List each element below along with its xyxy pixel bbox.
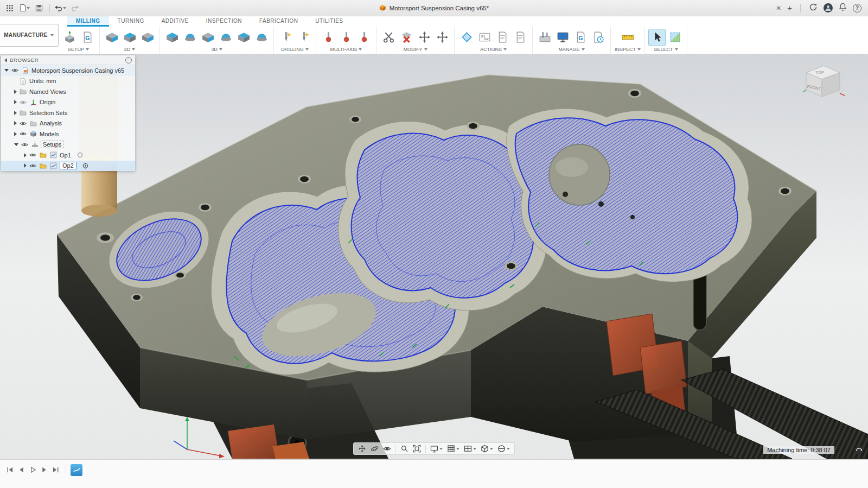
go-to-end-icon[interactable]: [50, 464, 61, 476]
new-tab-icon[interactable]: +: [787, 3, 792, 12]
visibility-eye-icon[interactable]: [19, 130, 27, 137]
help-icon[interactable]: ?: [853, 4, 861, 12]
pocket-2d-icon[interactable]: [122, 29, 138, 46]
step-forward-icon[interactable]: [39, 464, 50, 476]
collapse-panel-icon[interactable]: [4, 58, 7, 62]
measure-icon[interactable]: [620, 29, 636, 46]
group-label-select[interactable]: SELECT: [654, 47, 678, 53]
expander-icon[interactable]: [14, 111, 17, 115]
browser-item-root[interactable]: Motorsport Suspension Casing v65: [1, 65, 135, 76]
visibility-eye-icon[interactable]: [29, 162, 37, 169]
trim-toolpath-icon[interactable]: [380, 29, 397, 46]
fit-icon[interactable]: [412, 444, 422, 453]
sync-status-icon[interactable]: [809, 3, 818, 14]
group-label-setup[interactable]: SETUP: [68, 47, 89, 53]
expander-icon[interactable]: [24, 163, 27, 168]
compare-radio-icon[interactable]: [77, 152, 83, 158]
expander-icon[interactable]: [14, 121, 17, 125]
setup-sheet-icon[interactable]: [494, 29, 510, 46]
steep-shallow-icon[interactable]: [200, 29, 216, 46]
simulate-icon[interactable]: [458, 29, 475, 46]
multiaxis-contour-icon[interactable]: [338, 29, 354, 46]
notification-bell-icon[interactable]: [839, 3, 847, 14]
group-label-2d[interactable]: 2D: [124, 47, 136, 53]
section-analysis-icon[interactable]: [496, 444, 511, 453]
document-tab[interactable]: Motorsport Suspension Casing v65*: [379, 4, 489, 11]
tool-library-icon[interactable]: [537, 29, 553, 46]
swarf-icon[interactable]: [320, 29, 336, 46]
file-menu-icon[interactable]: [18, 2, 31, 14]
browser-item-units[interactable]: Units: mm: [1, 76, 135, 87]
browser-item-named-views[interactable]: Named Views: [1, 86, 135, 97]
active-target-icon[interactable]: [82, 163, 88, 169]
generate-icon[interactable]: [512, 29, 528, 46]
adaptive-clearing-icon[interactable]: [164, 29, 180, 46]
group-label-multiaxis[interactable]: MULTI-AXIS: [330, 47, 362, 53]
face-milling-icon[interactable]: [104, 29, 120, 46]
visibility-eye-icon[interactable]: [21, 141, 29, 148]
post-library-icon[interactable]: [572, 29, 589, 46]
post-process-icon[interactable]: [476, 29, 493, 46]
new-setup-icon[interactable]: [61, 29, 78, 46]
group-label-3d[interactable]: 3D: [211, 47, 222, 53]
visibility-eye-icon[interactable]: [11, 67, 19, 74]
zoom-icon[interactable]: [399, 444, 410, 453]
close-tab-icon[interactable]: ✕: [776, 4, 781, 12]
look-at-icon[interactable]: [382, 444, 392, 453]
pan-icon[interactable]: [357, 444, 367, 453]
step-back-icon[interactable]: [16, 464, 27, 476]
grid-snaps-icon[interactable]: [446, 444, 461, 453]
view-cube[interactable]: TOP FRONT: [799, 60, 845, 106]
browser-item-selection-sets[interactable]: Selection Sets: [1, 107, 135, 118]
go-to-start-icon[interactable]: [4, 464, 16, 476]
browser-item-op1[interactable]: Op1: [1, 150, 135, 161]
pocket-clearing-icon[interactable]: [182, 29, 198, 46]
delete-toolpath-icon[interactable]: [398, 29, 414, 46]
transform-toolpath-icon[interactable]: [434, 29, 450, 46]
tab-milling[interactable]: MILLING: [67, 16, 109, 27]
undo-icon[interactable]: [54, 2, 67, 14]
display-settings-icon[interactable]: [429, 444, 444, 453]
group-label-inspect[interactable]: INSPECT: [615, 47, 641, 53]
drill-icon[interactable]: [278, 29, 294, 46]
expander-icon[interactable]: [14, 90, 17, 94]
spiral-icon[interactable]: [253, 29, 270, 46]
redo-icon[interactable]: [68, 2, 81, 14]
visibility-eye-icon[interactable]: [19, 99, 27, 106]
expander-icon[interactable]: [24, 153, 27, 157]
tab-utilities[interactable]: UTILITIES: [307, 16, 352, 27]
visual-style-icon[interactable]: [480, 444, 494, 453]
viewports-icon[interactable]: [463, 444, 477, 453]
workspace-selector[interactable]: MANUFACTURE: [0, 24, 59, 47]
expander-icon[interactable]: [4, 69, 9, 72]
job-status-icon[interactable]: [854, 446, 864, 455]
visibility-eye-icon[interactable]: [29, 151, 37, 159]
app-grid-icon[interactable]: [3, 2, 16, 14]
play-icon[interactable]: [27, 464, 39, 476]
rotary-icon[interactable]: [356, 29, 372, 46]
group-label-modify[interactable]: MODIFY: [404, 47, 427, 53]
browser-item-models[interactable]: Models: [1, 129, 135, 140]
nc-program-icon[interactable]: [79, 29, 95, 46]
tab-turning[interactable]: TURNING: [109, 16, 153, 27]
simulation-icon[interactable]: [71, 464, 82, 476]
bore-icon[interactable]: [296, 29, 312, 46]
select-cursor-icon[interactable]: [649, 29, 665, 46]
orbit-icon[interactable]: [369, 444, 380, 453]
expander-icon[interactable]: [14, 100, 17, 104]
tab-additive[interactable]: ADDITIVE: [153, 16, 197, 27]
save-icon[interactable]: [33, 2, 46, 14]
parallel-icon[interactable]: [218, 29, 234, 46]
task-manager-icon[interactable]: [590, 29, 607, 46]
expander-icon[interactable]: [14, 143, 18, 146]
user-avatar[interactable]: [824, 3, 833, 12]
browser-header[interactable]: BROWSER: [1, 55, 135, 65]
tab-inspection[interactable]: INSPECTION: [197, 16, 251, 27]
move-toolpath-icon[interactable]: [416, 29, 432, 46]
contour-2d-icon[interactable]: [139, 29, 156, 46]
visibility-eye-icon[interactable]: [19, 120, 27, 127]
scallop-icon[interactable]: [235, 29, 252, 46]
browser-item-origin[interactable]: Origin: [1, 97, 135, 108]
browser-item-analysis[interactable]: Analysis: [1, 118, 135, 129]
op2-rename-field[interactable]: Op2: [60, 162, 76, 169]
